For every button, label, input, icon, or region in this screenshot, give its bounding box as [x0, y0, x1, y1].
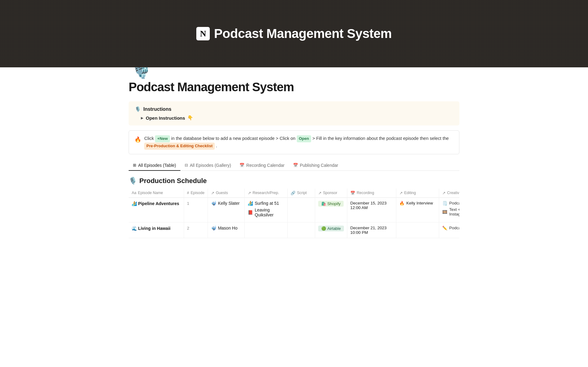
tab-recording-cal[interactable]: 📅 Recording Calendar	[235, 160, 289, 171]
info-text-mid2: > Fill in the key information about the …	[312, 136, 449, 141]
cell-script-2	[287, 222, 315, 238]
tab-publishing-cal[interactable]: 📅 Publishing Calendar	[289, 160, 342, 171]
sponsor-badge-2: 🟢 Airtable	[318, 226, 344, 231]
tab-recording-cal-icon: 📅	[239, 163, 244, 167]
info-text-mid1: in the database below to add a new podca…	[171, 136, 296, 141]
recording-text-1: December 15, 2023 12:00 AM	[350, 201, 393, 210]
creative-emoji-1b: 🎞️	[442, 209, 447, 214]
guest-item-1[interactable]: 🤿 Kelly Slater	[211, 201, 241, 206]
creative-text-2a: Podcast Quote	[449, 226, 459, 230]
cell-episode-name-1[interactable]: 🏄 Pipeline Adventures	[129, 197, 184, 222]
instructions-callout: 🎙️ Instructions ▶ Open Instructions 👇	[129, 101, 459, 125]
badge-checklist: Pre-Production & Editing Checklist	[144, 143, 215, 150]
research-text-1b: Leaving Quiksilver	[255, 208, 284, 217]
info-callout: 🔥 Click +New in the database below to ad…	[129, 130, 459, 154]
page-title: Podcast Management System	[129, 80, 459, 94]
open-instructions-toggle[interactable]: ▶ Open Instructions 👇	[135, 115, 453, 121]
table-row[interactable]: 🏄 Pipeline Adventures 1 🤿 Kelly Slater	[129, 197, 459, 222]
creative-item-1a[interactable]: 🗒️ Podcast Run Sheet	[442, 201, 459, 206]
research-emoji-1a: 🏄	[248, 201, 253, 206]
guest-name-2: Mason Ho	[218, 226, 238, 230]
cell-sponsor-1[interactable]: 🛍️ Shopify	[315, 197, 347, 222]
cell-research-1: 🏄 Surfing at 51 📕 Leaving Quiksilver	[244, 197, 287, 222]
creative-item-2a[interactable]: ✏️ Podcast Quote	[442, 226, 459, 230]
toggle-emoji: 👇	[187, 115, 193, 121]
th-research-icon: ↗	[248, 191, 251, 195]
tab-recording-cal-label: Recording Calendar	[246, 163, 285, 168]
hero-banner: N Podcast Management System	[0, 0, 588, 67]
badge-new: +New	[155, 135, 170, 142]
th-research: ↗ Research/Prep.	[244, 189, 287, 198]
creative-item-1b[interactable]: 🎞️ Text + Image for Instagram	[442, 207, 459, 216]
tab-all-gallery-label: All Episodes (Gallery)	[190, 163, 231, 168]
page-content: 🎙️ Podcast Management System 🎙️ Instruct…	[110, 58, 478, 257]
section-title-text: Production Schedule	[139, 177, 207, 185]
tab-all-gallery[interactable]: ⊟ All Episodes (Gallery)	[180, 160, 236, 171]
th-creatives: ↗ Creatives	[439, 189, 459, 198]
research-item-1b[interactable]: 📕 Leaving Quiksilver	[248, 208, 284, 217]
sponsor-name-1: Shopify	[327, 201, 341, 206]
episode-number-1: 1	[187, 201, 190, 206]
cell-script-1	[287, 197, 315, 222]
recording-item-1: December 15, 2023 12:00 AM	[350, 201, 393, 210]
th-recording: 📅 Recording	[347, 189, 396, 198]
database-table: Aa Episode Name # Episode ↗ Guests	[129, 189, 459, 238]
tab-all-table-icon: ⊞	[133, 163, 136, 167]
database-table-container: Aa Episode Name # Episode ↗ Guests	[129, 189, 459, 238]
recording-text-2: December 21, 2023 10:00 PM	[350, 226, 393, 235]
tab-all-gallery-icon: ⊟	[185, 163, 188, 167]
instructions-header: 🎙️ Instructions	[135, 106, 453, 112]
th-sponsor-icon: ↗	[318, 191, 322, 195]
cell-creatives-2: ✏️ Podcast Quote	[439, 222, 459, 238]
sponsor-emoji-1: 🛍️	[321, 201, 326, 206]
notion-icon: N	[196, 27, 210, 40]
guest-item-2[interactable]: 🤿 Mason Ho	[211, 226, 241, 230]
creative-text-1b: Text + Image for Instagram	[449, 207, 459, 216]
cell-editing-1[interactable]: 🔥 Kelly Interview	[396, 197, 439, 222]
sponsor-emoji-2: 🟢	[321, 226, 326, 231]
research-text-1a: Surfing at 51	[255, 201, 279, 206]
recording-item-2: December 21, 2023 10:00 PM	[350, 226, 393, 235]
cell-creatives-1: 🗒️ Podcast Run Sheet 🎞️ Text + Image for…	[439, 197, 459, 222]
th-episode-icon: #	[187, 191, 189, 195]
th-editing-icon: ↗	[399, 191, 403, 195]
th-sponsor: ↗ Sponsor	[315, 189, 347, 198]
cell-episode-num-1: 1	[184, 197, 208, 222]
th-sponsor-label: Sponsor	[323, 191, 337, 195]
badge-open: Open	[297, 135, 311, 142]
tab-all-table[interactable]: ⊞ All Episodes (Table)	[129, 160, 180, 171]
cell-recording-2: December 21, 2023 10:00 PM	[347, 222, 396, 238]
cell-episode-num-2: 2	[184, 222, 208, 238]
info-text-before: Click	[144, 136, 154, 141]
cell-sponsor-2[interactable]: 🟢 Airtable	[315, 222, 347, 238]
th-episode: # Episode	[184, 189, 208, 198]
tab-publishing-cal-icon: 📅	[293, 163, 298, 167]
episode-number-2: 2	[187, 226, 190, 230]
th-episode-label: Episode	[190, 191, 204, 195]
table-row[interactable]: 🌊 Living in Hawaii 2 🤿 Mason Ho	[129, 222, 459, 238]
cell-episode-name-2[interactable]: 🌊 Living in Hawaii	[129, 222, 184, 238]
creative-emoji-1a: 🗒️	[442, 201, 447, 206]
research-item-1a[interactable]: 🏄 Surfing at 51	[248, 201, 284, 206]
instructions-label: Instructions	[143, 107, 172, 112]
instructions-icon: 🎙️	[135, 106, 141, 112]
th-script-label: Script	[297, 191, 307, 195]
th-editing: ↗ Editing	[396, 189, 439, 198]
sponsor-name-2: Airtable	[327, 226, 341, 231]
episode-name-2: 🌊 Living in Hawaii	[132, 226, 181, 232]
th-guests-icon: ↗	[211, 191, 214, 195]
th-creatives-icon: ↗	[442, 191, 446, 195]
creative-emoji-2a: ✏️	[442, 226, 447, 230]
toggle-arrow-icon: ▶	[141, 116, 143, 120]
editing-item-1: 🔥 Kelly Interview	[399, 201, 436, 206]
tab-publishing-cal-label: Publishing Calendar	[300, 163, 338, 168]
hero-title-text: Podcast Management System	[214, 26, 392, 41]
hero-title: N Podcast Management System	[196, 26, 392, 41]
th-research-label: Research/Prep.	[253, 191, 279, 195]
th-episode-name-icon: Aa	[132, 191, 136, 195]
th-episode-name-label: Episode Name	[138, 191, 163, 195]
th-editing-label: Editing	[404, 191, 416, 195]
episode-name-1: 🏄 Pipeline Adventures	[132, 201, 181, 207]
research-emoji-1b: 📕	[248, 210, 253, 215]
info-callout-text: Click +New in the database below to add …	[144, 135, 454, 150]
